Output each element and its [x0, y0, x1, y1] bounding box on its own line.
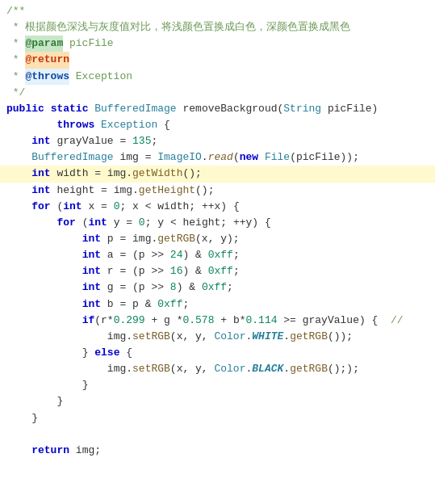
num-0: 0: [114, 199, 120, 215]
comment-close: */: [6, 85, 25, 101]
dot: .: [245, 329, 252, 345]
indent: [6, 199, 31, 215]
line-16: int a = (p >> 24 ) & 0xff ;: [0, 247, 435, 263]
rest2: ; y < height; ++y) {: [145, 215, 271, 231]
line-5: * @throws Exception: [0, 69, 435, 85]
semicolon: ;: [151, 133, 157, 149]
semi: ;: [233, 247, 240, 263]
comment-throws-value: Exception: [69, 69, 132, 85]
keyword-for2: for: [56, 215, 75, 231]
space: width = img.: [51, 166, 132, 182]
method-getrgb: getRGB: [157, 231, 195, 247]
line-15: int p = img. getRGB (x, y);: [0, 231, 435, 247]
comment-return-prefix: *: [6, 52, 25, 68]
line-10: BufferedImage img = ImageIO . read ( new…: [0, 149, 435, 166]
line-26: }: [0, 410, 435, 426]
line-14: for ( int y = 0 ; y < height; ++y) {: [0, 215, 435, 231]
keyword-else: else: [94, 345, 119, 361]
class-imageio: ImageIO: [157, 149, 202, 166]
num-0b: 0: [139, 215, 145, 231]
method-setrgb: setRGB: [132, 329, 170, 345]
num-24: 24: [170, 247, 183, 263]
keyword-int5: int: [82, 247, 101, 263]
indent: [6, 296, 82, 313]
indent: [6, 215, 56, 231]
keyword-int: int: [31, 183, 50, 199]
keyword-static: static: [51, 101, 89, 117]
indent: [6, 345, 82, 361]
space4: picFile): [321, 101, 378, 117]
rest: y =: [107, 215, 139, 231]
line-21: img. setRGB (x, y, Color . WHITE . getRG…: [0, 329, 435, 345]
keyword-int7: int: [82, 279, 101, 296]
rest3: .: [283, 329, 290, 345]
indent: [6, 329, 107, 345]
brace: }: [82, 345, 95, 361]
comment-open: /**: [6, 3, 25, 19]
indent: [6, 231, 82, 247]
indent: [6, 361, 107, 377]
number-135: 135: [132, 133, 151, 149]
method-getheight: getHeight: [139, 183, 195, 199]
exception-type: Exception: [101, 117, 157, 133]
line-8: throws Exception {: [0, 117, 435, 133]
line-11: int width = img. getWidth ();: [0, 166, 435, 182]
rest: img.: [107, 361, 132, 377]
rest: a = (p >>: [101, 247, 170, 263]
num-16: 16: [170, 263, 183, 279]
line-6: */: [0, 85, 435, 101]
rest2: (x, y,: [170, 329, 215, 345]
keyword-public: public: [6, 101, 44, 117]
empty: [6, 426, 13, 443]
indent: [6, 166, 31, 182]
keyword-int8: int: [82, 296, 101, 313]
keyword-int4: int: [82, 231, 101, 247]
line-18: int g = (p >> 8 ) & 0xff ;: [0, 279, 435, 296]
code-editor: /** * 根据颜色深浅与灰度值对比，将浅颜色置换成白色，深颜色置换成黑色 * …: [0, 0, 435, 462]
rest4: ();: [328, 361, 346, 377]
rest3: .: [283, 361, 290, 377]
rest2: ) &: [182, 247, 207, 263]
dot: .: [202, 149, 208, 166]
keyword-int: int: [31, 166, 50, 182]
rest: p = img.: [101, 231, 157, 247]
const-black: BLACK: [252, 361, 283, 377]
method-getrgb2: getRGB: [290, 329, 328, 345]
semi: ;: [233, 263, 240, 279]
type-bufferedimage: BufferedImage: [94, 101, 176, 117]
method-read: read: [208, 149, 233, 166]
space5: [94, 117, 101, 133]
class-color2: Color: [214, 361, 245, 377]
rest: r = (p >>: [101, 263, 170, 279]
comment-param-prefix: *: [6, 36, 25, 52]
brace: }: [82, 377, 89, 393]
rest2: (x, y);: [195, 231, 240, 247]
rest: (picFile));: [290, 149, 359, 166]
paren: (: [233, 149, 240, 166]
keyword-int: int: [31, 133, 50, 149]
comment-inline: //: [391, 313, 404, 329]
line-12: int height = img. getHeight ();: [0, 183, 435, 199]
space2: [258, 149, 265, 166]
rest: (r*: [94, 313, 113, 329]
line-2: * 根据颜色深浅与灰度值对比，将浅颜色置换成白色，深颜色置换成黑色: [0, 19, 435, 36]
indent: [6, 117, 56, 133]
class-color: Color: [214, 329, 245, 345]
indent: [6, 279, 82, 296]
rest: img;: [69, 443, 101, 459]
space: height = img.: [51, 183, 139, 199]
const-white: WHITE: [252, 329, 283, 345]
space: grayValue =: [51, 133, 132, 149]
rest4: ());: [328, 329, 353, 345]
line-28: return img;: [0, 443, 435, 459]
indent: [6, 313, 82, 329]
keyword-int2: int: [63, 199, 82, 215]
line-19: int b = p & 0xff ;: [0, 296, 435, 313]
num-0114: 0.114: [246, 313, 278, 329]
line-3: * @param picFile: [0, 36, 435, 52]
semi: ;: [227, 279, 233, 296]
rest: ();: [182, 166, 201, 182]
line-22: } else {: [0, 345, 435, 361]
line-24: }: [0, 377, 435, 393]
rest2: + g *: [145, 313, 183, 329]
